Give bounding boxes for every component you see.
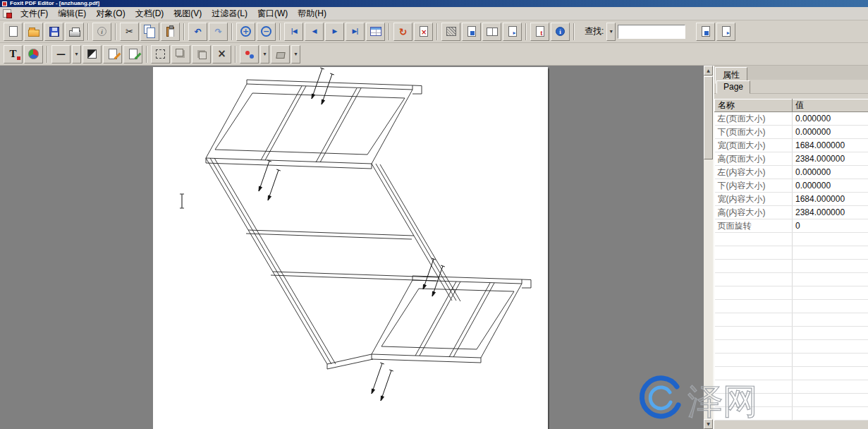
delete-page-button[interactable]: × (414, 23, 433, 41)
property-value[interactable]: 0 (793, 219, 868, 233)
new-document-button[interactable] (4, 23, 23, 41)
property-value[interactable]: 2384.000000 (793, 152, 868, 166)
table-row[interactable]: 页面旋转0 (715, 219, 868, 233)
zoom-in-button[interactable]: + (236, 23, 255, 41)
send-to-back-button[interactable] (192, 45, 211, 64)
property-name: 页面旋转 (715, 219, 793, 233)
tools-button[interactable]: × (212, 45, 231, 64)
document-info-button[interactable]: i (92, 23, 111, 41)
fill-color-button[interactable] (271, 45, 290, 64)
property-value[interactable]: 0.000000 (793, 179, 868, 193)
toolbar-separator (87, 23, 89, 40)
bring-to-front-button[interactable] (171, 45, 190, 64)
find-next-button[interactable]: ▸ (716, 23, 735, 41)
rotate-page-button[interactable]: ↻ (393, 23, 412, 41)
fit-width-button[interactable] (462, 23, 481, 41)
table-row[interactable]: 左(内容大小)0.000000 (715, 166, 868, 179)
find-dropdown-button[interactable]: ▾ (606, 23, 616, 41)
menu-window[interactable]: 窗口(W) (252, 6, 293, 21)
vertical-scrollbar[interactable]: ▲ ▼ (704, 66, 713, 429)
property-value[interactable]: 0.000000 (793, 166, 868, 179)
fill-style-button[interactable] (82, 45, 102, 64)
menu-filter[interactable]: 过滤器(L) (207, 6, 252, 21)
panel-tab-row: Page (714, 80, 868, 94)
fit-page-button[interactable]: ▸ (503, 23, 522, 41)
menu-view[interactable]: 视图(V) (169, 6, 207, 21)
rotate-page-icon: ↻ (399, 27, 408, 37)
select-object-button[interactable] (151, 45, 170, 64)
hatch-pattern-button[interactable] (441, 23, 460, 41)
next-page-icon: ▶ (333, 28, 337, 35)
redo-button[interactable]: ↷ (209, 23, 228, 41)
canvas-area[interactable] (0, 66, 704, 429)
menu-document[interactable]: 文档(D) (130, 6, 169, 21)
menu-object[interactable]: 对象(O) (91, 6, 130, 21)
toolbar-separator (573, 23, 575, 40)
first-page-button[interactable]: |◀ (284, 23, 303, 41)
about-button[interactable]: i (551, 23, 570, 41)
table-row[interactable]: 宽(内容大小)1684.000000 (715, 193, 868, 206)
panel-title-row: 属性 (714, 66, 868, 80)
undo-button[interactable]: ↶ (188, 23, 207, 41)
fill-color-dropdown[interactable]: ▾ (291, 45, 300, 64)
text-tool-button[interactable]: T (4, 45, 23, 64)
property-value[interactable]: 1684.000000 (793, 139, 868, 152)
zoom-out-button[interactable]: − (257, 23, 276, 41)
column-header-value[interactable]: 值 (793, 99, 868, 112)
table-row[interactable]: 高(内容大小)2384.000000 (715, 206, 868, 219)
property-value[interactable]: 2384.000000 (793, 206, 868, 219)
pdf-page[interactable] (153, 67, 548, 429)
paint-bucket-icon (276, 52, 285, 59)
two-page-view-button[interactable] (482, 23, 501, 41)
menu-help[interactable]: 帮助(H) (293, 6, 331, 21)
goto-page-button[interactable] (366, 23, 385, 41)
property-value[interactable]: 0.000000 (793, 126, 868, 139)
edit-content-button[interactable] (123, 45, 142, 64)
color-picker-button[interactable] (240, 45, 259, 64)
edit-object-button[interactable] (103, 45, 122, 64)
empty-row (715, 273, 868, 286)
cut-button[interactable]: ✂ (120, 23, 139, 41)
scroll-down-button[interactable]: ▼ (704, 419, 713, 429)
find-in-document-button[interactable] (696, 23, 715, 41)
previous-page-button[interactable]: ◀ (305, 23, 324, 41)
send-back-icon (199, 52, 207, 59)
extract-text-icon: t (536, 26, 544, 37)
property-value[interactable]: 0.000000 (793, 112, 868, 126)
document-menu-icon[interactable] (3, 9, 11, 18)
line-style-dropdown[interactable]: ▾ (72, 45, 81, 64)
copy-button[interactable] (140, 23, 159, 41)
empty-row (715, 233, 868, 246)
save-floppy-icon (49, 27, 59, 37)
find-document-icon (702, 26, 710, 37)
edit-content-icon (129, 49, 137, 59)
bolt-arrows (259, 68, 445, 401)
print-button[interactable] (65, 23, 84, 41)
table-row[interactable]: 左(页面大小)0.000000 (715, 112, 868, 126)
line-tool-button[interactable]: — (51, 45, 71, 64)
save-button[interactable] (44, 23, 63, 41)
extract-text-button[interactable]: t (530, 23, 549, 41)
last-page-button[interactable]: ▶| (346, 23, 365, 41)
find-label: 查找: (585, 25, 604, 37)
line-tool-icon: — (56, 49, 66, 59)
chevron-down-icon: ▾ (610, 29, 613, 35)
menu-edit[interactable]: 编辑(E) (53, 6, 91, 21)
table-row[interactable]: 下(页面大小)0.000000 (715, 126, 868, 139)
column-header-name[interactable]: 名称 (715, 99, 793, 112)
paste-button[interactable] (161, 23, 180, 41)
property-value[interactable]: 1684.000000 (793, 193, 868, 206)
color-picker-dropdown[interactable]: ▾ (260, 45, 269, 64)
menu-file[interactable]: 文件(F) (16, 6, 53, 21)
find-input[interactable] (618, 25, 685, 39)
page-form-icon (370, 27, 381, 36)
scroll-up-button[interactable]: ▲ (704, 66, 713, 75)
scrollbar-thumb[interactable] (704, 76, 713, 159)
tab-page[interactable]: Page (716, 80, 750, 94)
color-wheel-button[interactable] (24, 45, 43, 64)
table-row[interactable]: 宽(页面大小)1684.000000 (715, 139, 868, 152)
table-row[interactable]: 下(内容大小)0.000000 (715, 179, 868, 193)
open-button[interactable] (24, 23, 43, 41)
next-page-button[interactable]: ▶ (325, 23, 344, 41)
table-row[interactable]: 高(页面大小)2384.000000 (715, 152, 868, 166)
